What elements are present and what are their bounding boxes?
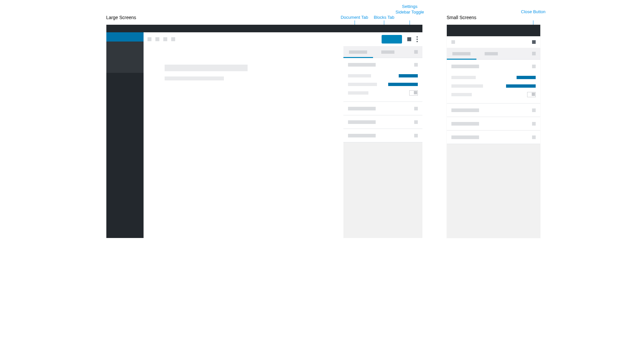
section-header[interactable] bbox=[447, 60, 540, 73]
chevron-up-icon bbox=[414, 63, 418, 67]
section-header[interactable] bbox=[447, 117, 540, 130]
tab-document[interactable] bbox=[447, 52, 476, 55]
sidebar-section-expanded bbox=[447, 59, 540, 103]
toolbar-icon[interactable] bbox=[148, 37, 151, 41]
sidebar-section-collapsed bbox=[447, 103, 540, 117]
mock-large-screen bbox=[106, 25, 422, 238]
small-screens-heading: Small Screens bbox=[447, 15, 476, 20]
tab-document[interactable] bbox=[343, 50, 373, 54]
chevron-down-icon bbox=[532, 135, 536, 139]
sidebar-section-collapsed bbox=[343, 102, 422, 115]
toolbar-icon[interactable] bbox=[163, 37, 167, 41]
editor-frame bbox=[144, 32, 422, 238]
sidebar-close-icon[interactable] bbox=[414, 50, 418, 54]
editor-canvas bbox=[144, 46, 343, 238]
section-row bbox=[451, 81, 536, 90]
admin-bar-small bbox=[447, 25, 540, 36]
settings-sidebar-small bbox=[447, 48, 540, 238]
editor-toolbar-small bbox=[447, 36, 540, 48]
toolbar-icon[interactable] bbox=[451, 40, 455, 44]
publish-button[interactable] bbox=[382, 35, 402, 44]
toggle-switch[interactable] bbox=[527, 92, 536, 97]
admin-submenu bbox=[106, 42, 144, 73]
post-title-placeholder[interactable] bbox=[165, 65, 248, 71]
section-row bbox=[348, 71, 418, 80]
sidebar-tabs bbox=[447, 48, 540, 59]
chevron-down-icon bbox=[532, 108, 536, 112]
chevron-down-icon bbox=[414, 134, 418, 137]
annotation-blocks-tab-large: Blocks Tab bbox=[369, 15, 399, 20]
chevron-up-icon bbox=[532, 65, 536, 68]
mock-small-screen bbox=[447, 25, 540, 238]
section-header[interactable] bbox=[343, 115, 422, 129]
chevron-down-icon bbox=[532, 122, 536, 126]
sidebar-section-collapsed bbox=[343, 115, 422, 129]
chevron-down-icon bbox=[414, 120, 418, 124]
annotation-settings-toggle: Settings Sidebar Toggle bbox=[395, 4, 425, 15]
section-row bbox=[348, 80, 418, 88]
chevron-down-icon bbox=[414, 107, 418, 110]
toggle-switch[interactable] bbox=[409, 90, 418, 96]
section-row bbox=[451, 73, 536, 81]
section-header[interactable] bbox=[343, 129, 422, 142]
large-screens-heading: Large Screens bbox=[106, 15, 136, 20]
annotation-document-tab-large: Document Tab bbox=[338, 15, 371, 20]
tab-blocks[interactable] bbox=[476, 52, 506, 55]
settings-sidebar-large bbox=[343, 46, 422, 238]
annotation-close-button: Close Button bbox=[520, 9, 547, 15]
post-body-placeholder[interactable] bbox=[165, 76, 224, 80]
close-button-icon[interactable] bbox=[532, 40, 536, 44]
admin-menu-active-item[interactable] bbox=[106, 32, 144, 42]
sidebar-section-collapsed bbox=[343, 129, 422, 142]
toolbar-icon[interactable] bbox=[155, 37, 159, 41]
section-header[interactable] bbox=[447, 104, 540, 117]
admin-menu bbox=[106, 32, 144, 238]
sidebar-close-icon[interactable] bbox=[532, 52, 536, 55]
section-header[interactable] bbox=[447, 131, 540, 144]
sidebar-section-collapsed bbox=[447, 130, 540, 144]
settings-sidebar-toggle-icon[interactable] bbox=[407, 37, 411, 41]
tab-blocks[interactable] bbox=[373, 50, 403, 54]
sidebar-section-expanded bbox=[343, 58, 422, 102]
toolbar-icon[interactable] bbox=[171, 37, 175, 41]
section-header[interactable] bbox=[343, 102, 422, 115]
more-menu-icon[interactable] bbox=[416, 36, 418, 42]
section-row bbox=[451, 90, 536, 99]
admin-bar bbox=[106, 25, 422, 32]
section-row bbox=[348, 88, 418, 97]
section-header[interactable] bbox=[343, 58, 422, 71]
editor-toolbar bbox=[144, 32, 422, 46]
sidebar-tabs bbox=[343, 46, 422, 58]
sidebar-section-collapsed bbox=[447, 117, 540, 130]
